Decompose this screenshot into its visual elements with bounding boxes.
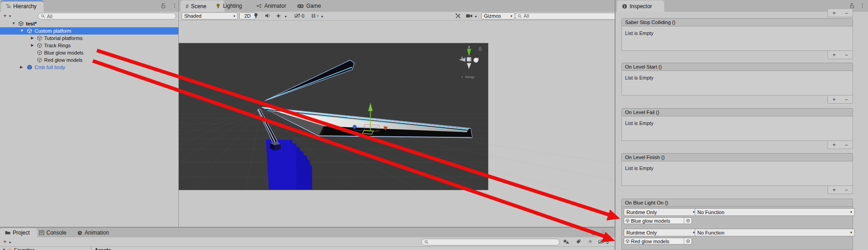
hierarchy-menu-icon[interactable]: ⋮ xyxy=(172,2,177,9)
event-header[interactable]: On Blue Light On () xyxy=(621,199,853,207)
gizmos-dropdown[interactable]: Gizmos▾ xyxy=(481,12,515,20)
scene-hidden-objects-icon[interactable] xyxy=(294,13,301,18)
add-listener-button[interactable]: + xyxy=(833,53,836,57)
add-listener-button[interactable]: + xyxy=(833,143,836,147)
inspector-lock-icon[interactable] xyxy=(850,3,854,9)
axis-z-label: z xyxy=(461,56,463,60)
gameobject-cube-icon xyxy=(37,50,42,55)
event-header[interactable]: Saber Stop Colliding () xyxy=(621,18,853,26)
assets-breadcrumb[interactable]: Assets xyxy=(95,247,111,250)
divider[interactable] xyxy=(0,227,615,228)
tab-lighting[interactable]: Lighting xyxy=(216,0,242,12)
scene-grid-toggle-icon[interactable] xyxy=(311,13,316,19)
shading-mode-dropdown[interactable]: Shaded▾ xyxy=(182,12,238,20)
hierarchy-row-red-glow-models[interactable]: Red glow models xyxy=(0,56,179,64)
event-empty-list: List is Empty xyxy=(621,116,853,141)
scene-camera-icon[interactable] xyxy=(466,14,473,18)
remove-listener-button[interactable]: − xyxy=(845,97,848,102)
blue-sphere-note[interactable] xyxy=(353,125,357,129)
project-add-caret-icon[interactable]: ▾ xyxy=(9,240,11,245)
favorites-star-icon[interactable]: ★ xyxy=(588,238,593,245)
project-menu-icon[interactable]: ⋮ xyxy=(601,230,606,236)
tab-game[interactable]: Game xyxy=(297,0,321,12)
hierarchy-row-tutorial-platforms[interactable]: ▶ Tutorial platforms xyxy=(0,35,179,42)
listener-function-dropdown[interactable]: No Function▾ xyxy=(695,229,855,236)
search-by-type-icon[interactable] xyxy=(563,239,569,244)
event-header[interactable]: On Level Fail () xyxy=(621,108,853,116)
favorites-label[interactable]: Favorites xyxy=(14,247,35,250)
event-list-buttons: + − xyxy=(828,95,853,104)
tab-console[interactable]: Console xyxy=(39,228,66,237)
add-listener-button[interactable]: + xyxy=(833,97,836,102)
disclosure-closed-icon[interactable]: ▶ xyxy=(31,43,34,47)
scene-toolbar: Shaded▾ 2D ▾ 0 Y ▾ ▾ Gizmos▾ xyxy=(179,12,615,20)
disclosure-closed-icon[interactable]: ▶ xyxy=(31,36,34,40)
project-lock-icon[interactable] xyxy=(591,230,595,235)
scene-lighting-toggle-icon[interactable] xyxy=(253,13,258,18)
divider[interactable] xyxy=(178,0,179,227)
event-header[interactable]: On Level Start () xyxy=(621,63,853,71)
listener-target-field-red-glow-models[interactable]: Red glow models xyxy=(624,238,692,245)
event-listener-list: Runtime Only▾ No Function▾ Blue glow mod… xyxy=(621,207,853,250)
tab-animator[interactable]: Animator xyxy=(256,0,286,12)
object-picker-icon[interactable] xyxy=(684,218,691,224)
tab-hierarchy[interactable]: Hierarchy xyxy=(1,0,44,12)
unity-editor-window: Hierarchy ⋮ + ▾ All ▼ test* ▼ Custom pla… xyxy=(0,0,868,250)
favorites-disclosure-icon[interactable]: ▼ xyxy=(2,248,6,250)
hierarchy-item-label: Track Rings xyxy=(44,43,71,48)
event-header[interactable]: On Level Finish () xyxy=(621,153,853,161)
add-listener-button[interactable]: + xyxy=(833,11,836,15)
listener-target-field-blue-glow-models[interactable]: Blue glow models xyxy=(624,217,692,224)
inspector-menu-icon[interactable]: ⋮ xyxy=(860,2,865,9)
remove-listener-button[interactable]: − xyxy=(845,53,848,57)
hierarchy-row-custom-platform[interactable]: ▼ Custom platform xyxy=(0,27,179,35)
hierarchy-row-scene[interactable]: ▼ test* xyxy=(0,20,179,27)
scene-grid-caret-icon[interactable]: ▾ xyxy=(321,15,323,19)
tab-project[interactable]: Project xyxy=(0,228,37,237)
favorites-star-icon: ★ xyxy=(8,247,12,250)
gameobject-cube-icon xyxy=(626,239,630,243)
hierarchy-add-button[interactable]: + xyxy=(3,12,7,19)
tab-inspector[interactable]: Inspector xyxy=(617,0,664,12)
project-search-input[interactable] xyxy=(421,239,560,245)
project-add-button[interactable]: + xyxy=(3,238,7,245)
listener-target-label: Red glow models xyxy=(631,239,682,244)
hierarchy-row-track-rings[interactable]: ▶ Track Rings xyxy=(0,42,179,49)
scene-effects-icon[interactable] xyxy=(276,13,281,19)
disclosure-closed-icon[interactable]: ▶ xyxy=(20,65,23,69)
tab-animator-label: Animator xyxy=(264,3,286,9)
remove-listener-button[interactable]: − xyxy=(845,11,848,15)
scene-camera-caret-icon[interactable]: ▾ xyxy=(475,15,477,19)
scene-tools-icon[interactable] xyxy=(455,13,461,19)
persp-label[interactable]: Persp xyxy=(465,75,474,79)
scene-search-text: All xyxy=(524,13,529,19)
listener-mode-dropdown[interactable]: Runtime Only▾ xyxy=(624,229,697,236)
remove-listener-button[interactable]: − xyxy=(845,143,848,147)
scene-search-input[interactable]: All xyxy=(515,13,617,20)
hierarchy-row-cmb-full-body[interactable]: ▶ Cmb full body xyxy=(0,64,179,71)
hierarchy-lock-icon[interactable] xyxy=(161,3,166,9)
hierarchy-add-caret-icon[interactable]: ▾ xyxy=(9,14,11,18)
object-picker-icon[interactable] xyxy=(684,238,691,244)
remove-listener-button[interactable]: − xyxy=(845,188,848,192)
scene-audio-toggle-icon[interactable] xyxy=(265,13,270,18)
disclosure-open-icon[interactable]: ▼ xyxy=(12,21,15,25)
project-hidden-objects-icon[interactable] xyxy=(598,239,605,244)
search-by-label-icon[interactable] xyxy=(576,239,581,244)
search-icon xyxy=(424,240,429,244)
listener-function-dropdown[interactable]: No Function▾ xyxy=(695,208,855,216)
hierarchy-tree: ▼ test* ▼ Custom platform ▶ Tutorial pla… xyxy=(0,20,179,227)
scene-effects-caret-icon[interactable]: ▾ xyxy=(285,15,287,19)
add-listener-button[interactable]: + xyxy=(833,188,836,192)
scene-viewport[interactable]: y z x < Persp xyxy=(179,20,615,227)
hierarchy-search-input[interactable]: All xyxy=(38,13,176,20)
gameobject-cube-icon xyxy=(37,43,42,48)
listener-mode-dropdown[interactable]: Runtime Only▾ xyxy=(624,208,697,216)
scene-hidden-count: 0 xyxy=(302,13,304,19)
hierarchy-row-blue-glow-models[interactable]: Blue glow models xyxy=(0,49,179,56)
persp-toggle-icon[interactable]: < xyxy=(461,75,464,79)
console-icon xyxy=(39,230,44,235)
tab-animation[interactable]: Animation xyxy=(77,228,109,237)
divider[interactable] xyxy=(615,0,616,250)
disclosure-open-icon[interactable]: ▼ xyxy=(20,29,24,33)
